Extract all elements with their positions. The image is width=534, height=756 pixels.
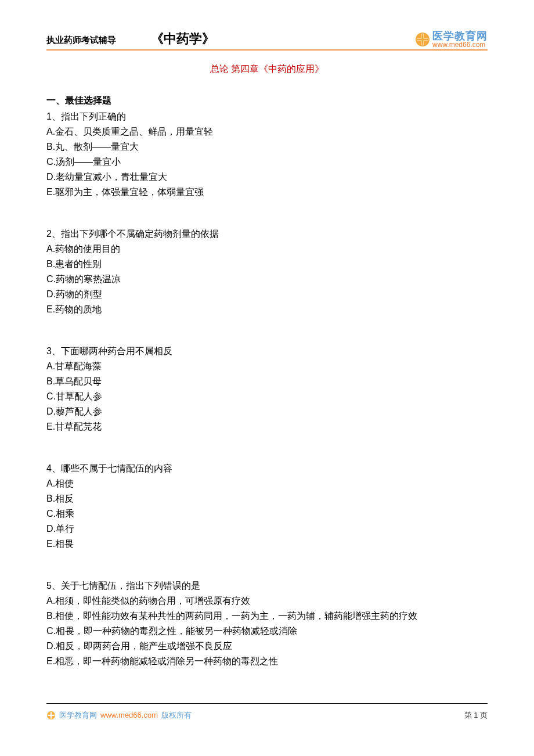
footer-url: www.med66.com	[100, 710, 158, 721]
footer-brand: 医学教育网	[59, 710, 97, 721]
question-option: D.老幼量宜减小，青壮量宜大	[46, 170, 488, 184]
question: 1、指出下列正确的A.金石、贝类质重之品、鲜品，用量宜轻B.丸、散剂——量宜大C…	[46, 110, 488, 199]
question: 3、下面哪两种药合用不属相反A.甘草配海藻B.草乌配贝母C.甘草配人参D.藜芦配…	[46, 344, 488, 434]
globe-plus-icon	[46, 711, 56, 720]
globe-plus-icon	[415, 32, 430, 47]
svg-rect-4	[417, 39, 428, 41]
question: 5、关于七情配伍，指出下列错误的是A.相须，即性能类似的药物合用，可增强原有疗效…	[46, 579, 488, 668]
question-stem: 2、指出下列哪个不属确定药物剂量的依据	[46, 227, 488, 241]
question-option: E.甘草配芫花	[46, 420, 488, 434]
questions-container: 1、指出下列正确的A.金石、贝类质重之品、鲜品，用量宜轻B.丸、散剂——量宜大C…	[46, 110, 488, 668]
question-option: C.相乘	[46, 507, 488, 521]
page-footer: 医学教育网 www.med66.com 版权所有 第 1 页	[46, 703, 488, 721]
header-logo: 医学教育网 www.med66.com	[415, 31, 488, 48]
logo-url: www.med66.com	[432, 41, 488, 48]
question-option: C.甘草配人参	[46, 390, 488, 404]
section-title: 一、最佳选择题	[46, 93, 488, 107]
question-option: A.金石、贝类质重之品、鲜品，用量宜轻	[46, 125, 488, 139]
question-option: A.相使	[46, 477, 488, 491]
svg-rect-7	[48, 715, 55, 716]
footer-copyright: 版权所有	[161, 710, 192, 721]
header-subtitle: 执业药师考试辅导	[46, 34, 116, 47]
footer-left: 医学教育网 www.med66.com 版权所有	[46, 710, 192, 721]
question-option: D.单行	[46, 522, 488, 536]
question-stem: 4、哪些不属于七情配伍的内容	[46, 462, 488, 476]
logo-brand: 医学教育网	[432, 31, 488, 41]
question-option: D.药物的剂型	[46, 287, 488, 301]
question-option: B.丸、散剂——量宜大	[46, 140, 488, 154]
question-option: D.藜芦配人参	[46, 405, 488, 419]
question-option: B.草乌配贝母	[46, 375, 488, 388]
question-option: E.驱邪为主，体强量宜轻，体弱量宜强	[46, 185, 488, 199]
header-title: 《中药学》	[151, 29, 215, 48]
question-option: A.相须，即性能类似的药物合用，可增强原有疗效	[46, 594, 488, 608]
question-option: E.相恶，即一种药物能减轻或消除另一种药物的毒烈之性	[46, 654, 488, 668]
question: 4、哪些不属于七情配伍的内容A.相使B.相反C.相乘D.单行E.相畏	[46, 462, 488, 551]
question-option: C.汤剂——量宜小	[46, 155, 488, 169]
header-left: 执业药师考试辅导 《中药学》	[46, 29, 215, 48]
page-header: 执业药师考试辅导 《中药学》 医学教育网 www.med66.com	[46, 29, 488, 51]
question-stem: 1、指出下列正确的	[46, 110, 488, 124]
question-option: E.相畏	[46, 537, 488, 551]
question-stem: 5、关于七情配伍，指出下列错误的是	[46, 579, 488, 593]
question: 2、指出下列哪个不属确定药物剂量的依据A.药物的使用目的B.患者的性别C.药物的…	[46, 227, 488, 316]
question-option: B.相使，即性能功效有某种共性的两药同用，一药为主，一药为辅，辅药能增强主药的疗…	[46, 609, 488, 623]
question-option: A.药物的使用目的	[46, 242, 488, 256]
question-option: C.药物的寒热温凉	[46, 272, 488, 286]
logo-text: 医学教育网 www.med66.com	[432, 31, 488, 48]
chapter-title: 总论 第四章《中药的应用》	[46, 62, 488, 76]
question-option: D.相反，即两药合用，能产生或增强不良反应	[46, 639, 488, 653]
question-option: C.相畏，即一种药物的毒烈之性，能被另一种药物减轻或消除	[46, 624, 488, 638]
question-option: A.甘草配海藻	[46, 359, 488, 373]
question-option: E.药物的质地	[46, 303, 488, 316]
question-stem: 3、下面哪两种药合用不属相反	[46, 344, 488, 358]
question-option: B.相反	[46, 492, 488, 506]
question-option: B.患者的性别	[46, 257, 488, 271]
footer-page: 第 1 页	[464, 710, 488, 721]
